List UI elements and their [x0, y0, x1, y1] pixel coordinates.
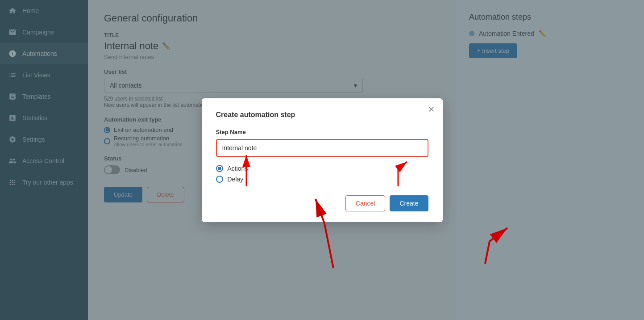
- step-name-input[interactable]: [216, 139, 428, 157]
- delay-radio-circle: [216, 176, 223, 183]
- create-step-modal: Create automation step ✕ Step Name Actio…: [202, 98, 443, 222]
- modal-close-button[interactable]: ✕: [428, 105, 435, 114]
- actions-radio-circle: [216, 165, 223, 172]
- modal-create-button[interactable]: Create: [390, 195, 428, 211]
- radio-group: Actions Delay: [216, 165, 428, 183]
- modal-cancel-button[interactable]: Cancel: [345, 195, 386, 211]
- modal-overlay: Create automation step ✕ Step Name Actio…: [88, 0, 644, 320]
- modal-title: Create automation step: [216, 111, 428, 119]
- modal-buttons: Cancel Create: [216, 195, 428, 211]
- main-content: General configuration Title Internal not…: [88, 0, 644, 320]
- delay-radio-item[interactable]: Delay: [216, 176, 428, 183]
- actions-radio-item[interactable]: Actions: [216, 165, 428, 172]
- step-name-label: Step Name: [216, 129, 428, 135]
